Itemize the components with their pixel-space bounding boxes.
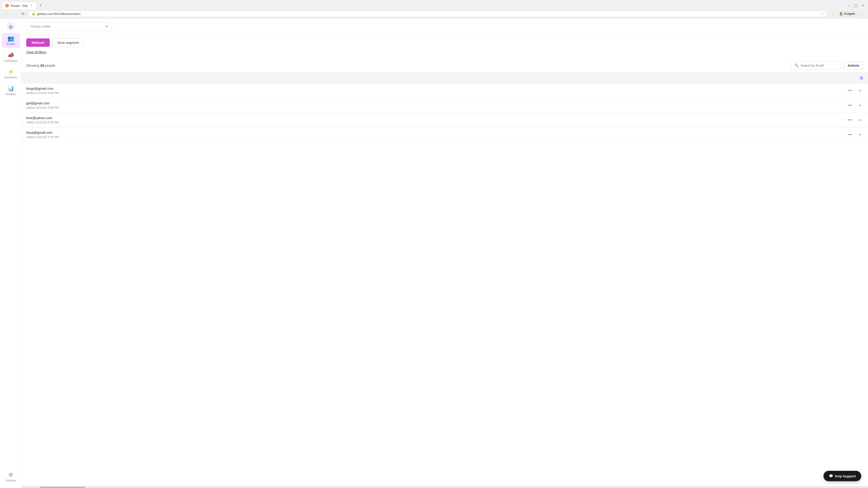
table-row: heya@gmail.com Added 12/12/23 5:55 PM ••… <box>22 127 868 142</box>
row-edit-button[interactable]: ✏ <box>857 88 864 94</box>
extensions-button[interactable]: ⋮ <box>830 11 836 17</box>
sidebar-campaigns-label: Campaigns <box>4 59 18 62</box>
row-more-button[interactable]: ••• <box>846 102 854 109</box>
drip-support-icon: 💬 <box>829 474 833 478</box>
row-actions: ••• ✏ <box>846 131 864 138</box>
chrome-menu-button[interactable]: ⋮ <box>859 11 865 17</box>
column-settings-icon[interactable]: ⚙ <box>860 75 864 80</box>
sidebar-item-campaigns[interactable]: 📣 Campaigns <box>2 50 20 65</box>
workflows-icon: ⚡ <box>7 69 14 75</box>
people-list-header: Showing 13 people. 🔍 Actions <box>22 58 868 72</box>
actions-button[interactable]: Actions <box>843 62 864 69</box>
sidebar-people-label: People <box>6 42 15 46</box>
row-more-button[interactable]: ••• <box>846 117 854 123</box>
save-segment-button[interactable]: Save segment <box>53 38 84 47</box>
sidebar-item-analytics[interactable]: 📊 Analytics <box>2 83 20 98</box>
row-more-button[interactable]: ••• <box>846 88 854 94</box>
back-button[interactable]: ‹ <box>3 11 9 17</box>
incognito-icon: 🕵 <box>840 12 843 15</box>
incognito-label: Incognito <box>844 12 855 15</box>
sidebar-analytics-label: Analytics <box>5 93 16 96</box>
sidebar-item-workflows[interactable]: ⚡ Workflows <box>2 66 20 81</box>
drip-logo-emoji: ☺ <box>8 24 13 30</box>
scrollbar-thumb[interactable] <box>40 487 85 488</box>
button-row: Refresh Save segment <box>26 38 864 47</box>
showing-suffix: people. <box>44 64 56 67</box>
new-tab-button[interactable]: + <box>37 2 43 9</box>
filter-placeholder: Choose a filter <box>30 25 51 28</box>
drip-support-label: Drip Support <box>835 474 856 478</box>
showing-text: Showing 13 people. <box>26 64 56 67</box>
tab-bar: 🙂 People · Drip × + – ⬜ × <box>0 0 868 9</box>
clear-all-filters-link[interactable]: Clear all filters <box>26 51 46 54</box>
refresh-nav-button[interactable]: ↻ <box>20 11 26 17</box>
people-count: 13 <box>40 64 44 67</box>
window-close[interactable]: × <box>860 2 866 9</box>
sidebar-settings-label: Settings <box>6 479 16 482</box>
row-added: Added 12/12/23 5:55 PM <box>26 91 846 95</box>
row-added: Added 12/12/23 5:55 PM <box>26 106 846 109</box>
settings-icon: ⚙ <box>8 472 13 478</box>
sidebar: ☺ 👥 People 📣 Campaigns ⚡ Workflows 📊 Ana… <box>0 19 22 488</box>
browser-actions: ⋮ 🕵 Incognito ⋮ <box>830 11 865 17</box>
sidebar-item-settings[interactable]: ⚙ Settings <box>2 469 20 484</box>
lock-icon: 🔒 <box>32 12 35 15</box>
row-added: Added 12/12/23 5:55 PM <box>26 135 846 139</box>
row-email[interactable]: girl@gmail.com <box>26 101 846 105</box>
analytics-icon: 📊 <box>7 86 14 92</box>
row-email[interactable]: love@yahoo.com <box>26 116 846 120</box>
browser-chrome: 🙂 People · Drip × + – ⬜ × ‹ › ↻ 🔒 getdri… <box>0 0 868 19</box>
row-email[interactable]: heya@gmail.com <box>26 131 846 134</box>
tab-favicon: 🙂 <box>5 4 9 7</box>
row-edit-button[interactable]: ✏ <box>857 117 864 123</box>
active-tab[interactable]: 🙂 People · Drip × <box>2 2 36 9</box>
row-info: girl@gmail.com Added 12/12/23 5:55 PM <box>26 101 846 109</box>
table-row: girl@gmail.com Added 12/12/23 5:55 PM ••… <box>22 98 868 113</box>
row-info: love@yahoo.com Added 12/12/23 5:55 PM <box>26 116 846 124</box>
table-row: love@yahoo.com Added 12/12/23 5:55 PM ••… <box>22 113 868 127</box>
actions-bar: Refresh Save segment Clear all filters <box>22 35 868 58</box>
tab-close-button[interactable]: × <box>29 4 33 7</box>
tab-title: People · Drip <box>11 4 28 7</box>
search-input[interactable] <box>801 64 837 67</box>
filter-bar: Choose a filter ▼ <box>22 19 868 35</box>
row-info: bingo@gmail.com Added 12/12/23 5:55 PM <box>26 87 846 95</box>
showing-prefix: Showing <box>26 64 40 67</box>
filter-dropdown[interactable]: Choose a filter ▼ <box>26 22 112 31</box>
filter-chevron-icon: ▼ <box>105 25 108 28</box>
window-maximize[interactable]: ⬜ <box>852 2 859 9</box>
address-bar: ‹ › ↻ 🔒 getdrip.com/7641396/subscribers … <box>0 9 868 18</box>
url-bar[interactable]: 🔒 getdrip.com/7641396/subscribers ☆ <box>29 11 827 17</box>
forward-button[interactable]: › <box>11 11 18 17</box>
scrollbar-hint <box>22 486 868 488</box>
row-actions: ••• ✏ <box>846 102 864 109</box>
search-box[interactable]: 🔍 <box>791 61 841 70</box>
table-row: bingo@gmail.com Added 12/12/23 5:55 PM •… <box>22 84 868 98</box>
row-more-button[interactable]: ••• <box>846 131 854 138</box>
row-added: Added 12/12/23 5:55 PM <box>26 121 846 124</box>
window-minimize[interactable]: – <box>845 2 852 9</box>
app: ☺ 👥 People 📣 Campaigns ⚡ Workflows 📊 Ana… <box>0 19 868 488</box>
sidebar-workflows-label: Workflows <box>4 76 17 79</box>
people-icon: 👥 <box>7 35 14 41</box>
search-icon: 🔍 <box>794 63 799 68</box>
url-text: getdrip.com/7641396/subscribers <box>37 12 819 15</box>
row-actions: ••• ✏ <box>846 88 864 94</box>
people-table: ⚙ bingo@gmail.com Added 12/12/23 5:55 PM… <box>22 72 868 486</box>
row-info: heya@gmail.com Added 12/12/23 5:55 PM <box>26 131 846 139</box>
row-actions: ••• ✏ <box>846 117 864 123</box>
row-email[interactable]: bingo@gmail.com <box>26 87 846 90</box>
star-icon[interactable]: ☆ <box>821 12 824 15</box>
row-edit-button[interactable]: ✏ <box>857 132 864 138</box>
drip-support-button[interactable]: 💬 Drip Support <box>824 471 861 481</box>
main-content: Choose a filter ▼ Refresh Save segment C… <box>22 19 868 488</box>
refresh-button[interactable]: Refresh <box>26 38 50 47</box>
sidebar-item-people[interactable]: 👥 People <box>2 33 20 48</box>
drip-logo: ☺ <box>6 22 16 31</box>
incognito-button[interactable]: 🕵 Incognito <box>837 11 858 16</box>
campaigns-icon: 📣 <box>7 52 14 58</box>
search-actions: 🔍 Actions <box>791 61 864 70</box>
row-edit-button[interactable]: ✏ <box>857 102 864 108</box>
table-header-row: ⚙ <box>22 72 868 84</box>
